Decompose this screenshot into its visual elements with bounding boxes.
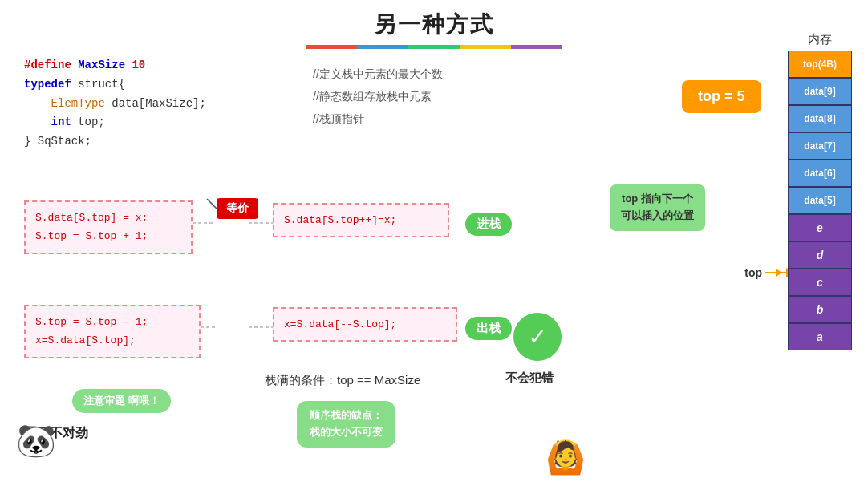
pop-right-code: x=S.data[--S.top]; (273, 307, 457, 342)
comment-section: //定义栈中元素的最大个数 //静态数组存放栈中元素 //栈顶指针 (313, 63, 443, 130)
stack-full-condition: 栈满的条件：top == MaxSize (265, 373, 420, 388)
page-title: 另一种方式 (0, 0, 868, 40)
code-line-4: int top; (24, 113, 206, 132)
notice-bubble: 注意审题 啊喂！ (72, 389, 171, 413)
mem-cell-5: data[5] (788, 187, 852, 214)
mem-cell-c: c (788, 269, 852, 296)
mem-cell-top: top(4B) (788, 51, 852, 78)
character-icon: 🙆 (546, 439, 586, 478)
color-bar (306, 45, 562, 49)
code-line-5: } SqStack; (24, 132, 206, 152)
mem-cell-e: e (788, 214, 852, 241)
comment-1: //定义栈中元素的最大个数 (313, 63, 443, 85)
top-arrow-bubble: top 指向下一个 可以插入的位置 (610, 184, 705, 231)
no-error-label: 不会犯错 (505, 371, 554, 386)
mem-cell-a: a (788, 323, 852, 350)
memory-stack: 内存 top(4B) data[9] data[8] data[7] data[… (788, 32, 852, 350)
panda-icon: 🐼 (16, 422, 64, 470)
code-line-3: ElemType data[MaxSize]; (24, 95, 206, 114)
comment-3: //栈顶指针 (313, 107, 443, 130)
push-right-code: S.data[S.top++]=x; (273, 203, 449, 237)
main-page: 另一种方式 #define MaxSize 10 (0, 0, 868, 486)
top-value-bubble: top = 5 (682, 80, 761, 113)
code-section: #define MaxSize 10 typedef struct{ ElemT… (24, 56, 206, 152)
mem-cell-b: b (788, 296, 852, 323)
disadvantage-bubble: 顺序栈的缺点： 栈的大小不可变 (297, 401, 395, 448)
pop-left-code: S.top = S.top - 1; x=S.data[S.top]; (24, 305, 201, 358)
top-arrow-line (765, 272, 781, 273)
pop-label: 出栈 (465, 317, 512, 340)
push-label: 进栈 (465, 213, 512, 236)
check-mark: ✓ (513, 313, 562, 361)
push-left-code: S.data[S.top] = x; S.top = S.top + 1; (24, 200, 193, 254)
code-line-1: #define MaxSize 10 (24, 56, 206, 75)
mem-cell-6: data[6] (788, 160, 852, 187)
mem-cell-7: data[7] (788, 132, 852, 160)
comment-2: //静态数组存放栈中元素 (313, 85, 443, 107)
mem-cell-9: data[9] (788, 78, 852, 105)
memory-title: 内存 (788, 32, 852, 47)
equiv-badge: 等价 (217, 198, 258, 219)
mem-cell-d: d (788, 241, 852, 269)
top-pointer-label: top (744, 266, 781, 279)
code-line-2: typedef struct{ (24, 75, 206, 95)
mem-cell-8: data[8] (788, 105, 852, 132)
